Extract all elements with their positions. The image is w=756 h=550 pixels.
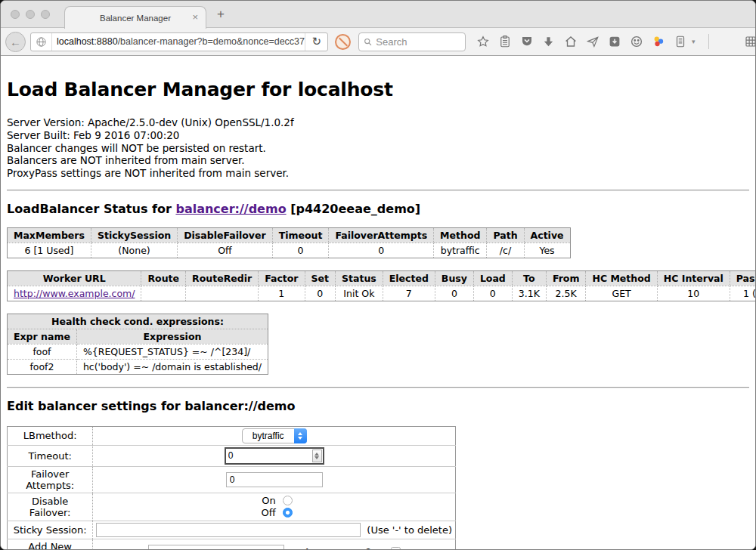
cell: 0 — [329, 243, 434, 258]
page-title: Load Balancer Manager for localhost — [7, 79, 749, 100]
cell: 0 — [305, 286, 335, 301]
reading-list-icon[interactable] — [497, 35, 512, 49]
column-header: Factor — [259, 270, 305, 286]
number-stepper-icon[interactable] — [312, 450, 322, 462]
download-panel-icon[interactable] — [607, 35, 621, 49]
column-header: Active — [524, 227, 570, 243]
column-header: Expression — [76, 329, 268, 344]
column-header: To — [512, 270, 546, 286]
cell: (None) — [91, 243, 177, 258]
colored-dots-addon-icon[interactable] — [651, 35, 665, 49]
server-info: Server Version: Apache/2.5.0-dev (Unix) … — [7, 116, 749, 180]
feedback-smiley-icon[interactable] — [629, 35, 643, 49]
sticky-session-input[interactable] — [96, 523, 361, 537]
home-icon[interactable] — [563, 35, 578, 49]
cell: %{REQUEST_STATUS} =~ /^[234]/ — [76, 344, 268, 359]
lbmethod-label: LBmethod: — [8, 426, 93, 445]
url-path: /balancer-manager?b=demo&nonce=decc37be-… — [118, 36, 305, 47]
zoom-window-button[interactable] — [41, 10, 50, 19]
url-bar[interactable]: localhost:8880/balancer-manager?b=demo&n… — [30, 32, 328, 51]
edit-settings-heading: Edit balancer settings for balancer://de… — [7, 399, 749, 413]
content-blocker-icon[interactable] — [335, 34, 351, 50]
cell: 1 (0) — [730, 286, 756, 301]
timeout-input[interactable] — [226, 450, 312, 461]
cell: http://www.example.com/ — [8, 286, 141, 301]
column-header: StickySession — [91, 227, 177, 243]
search-input[interactable] — [376, 36, 460, 48]
back-button[interactable]: ← — [5, 32, 26, 52]
cell: 6 [1 Used] — [8, 243, 91, 258]
send-tab-icon[interactable] — [585, 35, 600, 49]
close-window-button[interactable] — [11, 10, 20, 19]
worker-table: Worker URL Route RouteRedir Factor Set S… — [7, 270, 756, 301]
navigation-toolbar: ← localhost:8880/balancer-manager?b=demo… — [1, 28, 755, 56]
lbmethod-selected-value: bytraffic — [253, 431, 294, 441]
extension-grid-icon[interactable] — [744, 35, 756, 49]
back-icon: ← — [10, 36, 21, 48]
add-new-worker-input[interactable] — [148, 545, 284, 550]
cell — [141, 286, 186, 301]
cell — [186, 286, 259, 301]
new-tab-button[interactable]: + — [217, 7, 225, 22]
notes-panel-icon[interactable] — [673, 35, 687, 49]
column-header: Expr name — [8, 329, 77, 344]
status-heading: LoadBalancer Status for balancer://demo … — [7, 202, 749, 216]
menu-icon[interactable] — [722, 35, 736, 49]
tab-title: Balancer Manager — [100, 14, 171, 23]
table-row: 6 [1 Used] (None) Off 0 0 bytraffic /c/ … — [8, 243, 571, 258]
balancer-status-table: MaxMembers StickySession DisableFailover… — [7, 227, 571, 258]
tab-bar: Balancer Manager × + — [1, 1, 755, 28]
lbmethod-select[interactable]: bytraffic — [242, 428, 307, 443]
tab-balancer-manager[interactable]: Balancer Manager × — [64, 6, 206, 29]
column-header: HC Method — [586, 270, 657, 286]
column-header: From — [546, 270, 586, 286]
close-tab-icon[interactable]: × — [192, 12, 198, 22]
health-check-table: Health check cond. expressions: Expr nam… — [7, 314, 268, 375]
cell: /c/ — [487, 243, 524, 258]
divider — [7, 387, 749, 388]
url-input[interactable]: localhost:8880/balancer-manager?b=demo&n… — [52, 36, 305, 47]
disable-failover-off-radio[interactable] — [283, 508, 293, 518]
column-header: FailoverAttempts — [329, 227, 434, 243]
cell: bytraffic — [434, 243, 487, 258]
failover-attempts-input[interactable] — [226, 472, 323, 487]
cell: hc('body') =~ /domain is established/ — [76, 359, 268, 374]
column-header: Passes — [730, 270, 756, 286]
bookmark-star-icon[interactable] — [476, 35, 490, 49]
column-header: Load — [473, 270, 512, 286]
cell: foof — [8, 344, 77, 359]
sticky-session-label: Sticky Session: — [8, 521, 93, 539]
on-label: On — [256, 495, 276, 506]
window-controls — [11, 10, 50, 19]
column-header: Timeout — [272, 227, 329, 243]
balancer-demo-link[interactable]: balancer://demo — [175, 202, 286, 216]
status-heading-prefix: LoadBalancer Status for — [7, 202, 175, 216]
cell: 7 — [383, 286, 435, 301]
downloads-icon[interactable] — [541, 35, 556, 49]
health-check-title: Health check cond. expressions: — [8, 314, 268, 329]
add-new-worker-label: Add New Worker: — [8, 539, 93, 550]
site-identity-icon[interactable] — [31, 33, 52, 51]
search-bar — [358, 32, 466, 51]
column-header: Busy — [435, 270, 473, 286]
cell: 0 — [473, 286, 512, 301]
cell: Init Ok — [336, 286, 383, 301]
worker-url-link[interactable]: http://www.example.com/ — [14, 288, 135, 299]
cell: 1 — [259, 286, 305, 301]
pocket-icon[interactable] — [519, 35, 534, 49]
column-header: MaxMembers — [8, 227, 91, 243]
are-you-sure-checkbox[interactable] — [391, 547, 401, 550]
reload-button[interactable]: ↻ — [305, 33, 327, 51]
proxypass-inherit-line: ProxyPass settings are NOT inherited fro… — [7, 167, 749, 180]
disable-failover-on-radio[interactable] — [283, 496, 293, 505]
cell: Yes — [524, 243, 570, 258]
minimize-window-button[interactable] — [26, 10, 35, 19]
column-header: Set — [305, 270, 335, 286]
disable-failover-label: Disable Failover: — [8, 493, 93, 521]
column-header: Method — [434, 227, 487, 243]
failover-attempts-label: Failover Attempts: — [8, 466, 93, 493]
cell: 0 — [272, 243, 329, 258]
browser-window: Balancer Manager × + ← localhost:8880/ba… — [0, 0, 756, 550]
chevron-down-icon[interactable]: ▾ — [692, 38, 696, 45]
column-header: Status — [336, 270, 383, 286]
